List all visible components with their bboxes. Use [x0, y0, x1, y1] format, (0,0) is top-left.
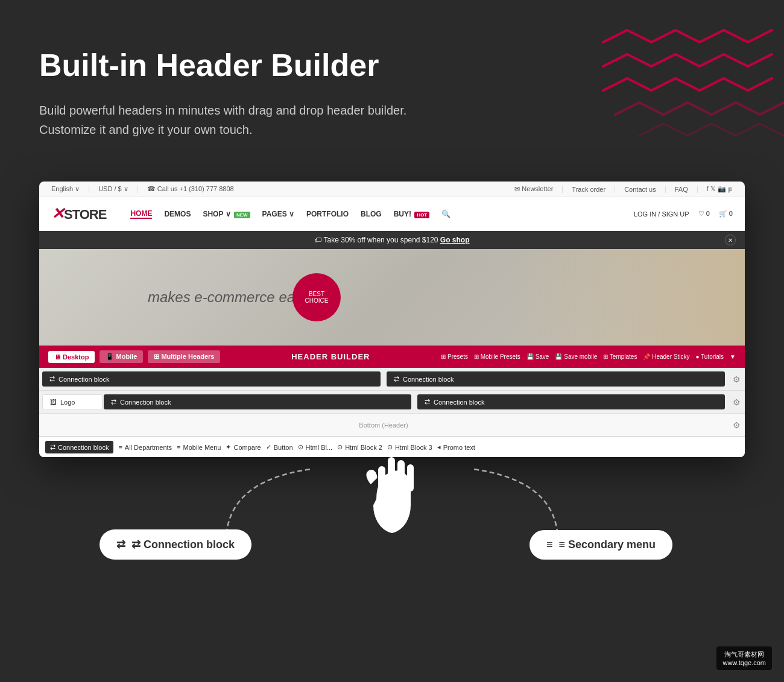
store-topbar: English ∨ USD / $ ∨ ☎ Call us +1 (310) 7…: [39, 182, 745, 197]
newsletter-link[interactable]: ✉ Newsletter: [514, 185, 553, 193]
topbar-left: English ∨ USD / $ ∨ ☎ Call us +1 (310) 7…: [51, 185, 505, 193]
element-compare[interactable]: ✦ Compare: [226, 443, 261, 451]
multiple-headers-tab[interactable]: ⊞ Multiple Headers: [148, 350, 220, 363]
store-logo: ✕STORE: [51, 204, 106, 223]
conn-block-row2-right[interactable]: ⇄ Connection block: [417, 394, 725, 409]
builder-row-2: 🖼 Logo ⇄ Connection block ⇄ Connection b…: [39, 391, 745, 414]
best-text: BEST: [309, 291, 324, 297]
save-mobile-button[interactable]: 💾 Save mobile: [555, 353, 597, 360]
row2-settings[interactable]: ⚙: [728, 391, 745, 413]
header-builder-toolbar: 🖥 Desktop 📱 Mobile ⊞ Multiple Headers HE…: [39, 346, 745, 368]
connection-block-callout: ⇄ ⇄ Connection block: [100, 529, 251, 560]
builder-row-1: ⇄ Connection block ⇄ Connection block ⚙: [39, 368, 745, 391]
divider: [665, 186, 666, 193]
menu-home[interactable]: HOME: [130, 209, 152, 219]
element-html-block-1[interactable]: ⊙ Html Bl...: [298, 443, 333, 451]
logo-text: STORE: [64, 207, 106, 222]
divider: [138, 186, 138, 193]
mobile-tab[interactable]: 📱 Mobile: [100, 350, 143, 363]
cart-icon[interactable]: 🛒 0: [719, 210, 733, 218]
hero-description: Build powerful headers in minutes with d…: [39, 101, 504, 139]
hero-tagline: makes e-commerce easy: [148, 289, 309, 306]
divider: [89, 186, 89, 193]
annotations-area: ⇄ ⇄ Connection block ≡ ≡ Secondary menu: [39, 457, 745, 578]
conn-block-row1-left[interactable]: ⇄ Connection block: [42, 371, 381, 387]
svg-rect-3: [378, 466, 385, 493]
menu-shop[interactable]: SHOP ∨ NEW: [203, 210, 250, 218]
divider: [615, 186, 615, 193]
element-all-departments[interactable]: ≡ All Departments: [118, 444, 172, 451]
element-button[interactable]: ✓ Button: [266, 443, 293, 451]
templates-button[interactable]: ⊞ Templates: [603, 353, 637, 360]
menu-blog[interactable]: BLOG: [361, 210, 382, 218]
track-order-link[interactable]: Track order: [572, 186, 605, 193]
topbar-right: ✉ Newsletter Track order Contact us FAQ …: [514, 185, 733, 193]
zigzag-decoration: [591, 24, 784, 145]
phone-number: ☎ Call us +1 (310) 777 8808: [147, 185, 234, 193]
mobile-presets-button[interactable]: ⊞ Mobile Presets: [474, 353, 520, 360]
desktop-tab[interactable]: 🖥 Desktop: [48, 351, 95, 363]
svg-rect-1: [397, 460, 405, 490]
promo-close-button[interactable]: ✕: [725, 235, 736, 245]
hand-cursor-icon: [353, 445, 431, 538]
collapse-button[interactable]: ▼: [730, 353, 736, 360]
row3-inner: Bottom (Header): [39, 414, 728, 436]
promo-bar: 🏷 Take 30% off when you spend $120 Go sh…: [39, 231, 745, 249]
promo-link[interactable]: Go shop: [440, 236, 470, 244]
tutorials-button[interactable]: ● Tutorials: [695, 353, 724, 360]
menu-portfolio[interactable]: PORTFOLIO: [306, 210, 349, 218]
builder-rows: ⇄ Connection block ⇄ Connection block ⚙ …: [39, 368, 745, 457]
choice-text: CHOICE: [305, 297, 329, 304]
element-mobile-menu[interactable]: ≡ Mobile Menu: [177, 444, 221, 451]
hb-actions: ⊞ Presets ⊞ Mobile Presets 💾 Save 💾 Save…: [441, 353, 736, 360]
divider: [697, 186, 698, 193]
builder-row-3: Bottom (Header) ⚙: [39, 414, 745, 437]
store-hero-image: makes e-commerce easy BEST CHOICE: [39, 249, 745, 346]
currency-selector[interactable]: USD / $ ∨: [98, 185, 128, 193]
element-conn-block[interactable]: ⇄ Connection block: [45, 441, 113, 453]
svg-rect-2: [407, 464, 414, 491]
wishlist-icon[interactable]: ♡ 0: [698, 210, 710, 218]
svg-rect-0: [388, 457, 395, 487]
row3-settings[interactable]: ⚙: [728, 414, 745, 436]
row2-inner: 🖼 Logo ⇄ Connection block ⇄ Connection b…: [39, 391, 728, 413]
promo-text: 🏷 Take 30% off when you spend $120: [314, 236, 438, 244]
element-promo-text[interactable]: ◂ Promo text: [437, 443, 475, 451]
hero-section: Built-in Header Builder Build powerful h…: [0, 0, 543, 163]
menu-pages[interactable]: PAGES ∨: [262, 210, 294, 218]
save-button[interactable]: 💾 Save: [526, 353, 549, 360]
page-title: Built-in Header Builder: [39, 48, 504, 83]
logo-block[interactable]: 🖼 Logo: [42, 394, 103, 410]
menu-buy[interactable]: BUY! HOT: [394, 210, 430, 218]
watermark: 淘气哥素材网 www.tqge.com: [716, 646, 772, 670]
language-selector[interactable]: English ∨: [51, 185, 80, 193]
row1-settings[interactable]: ⚙: [728, 368, 745, 390]
conn-block-row2-mid[interactable]: ⇄ Connection block: [104, 394, 411, 409]
faq-link[interactable]: FAQ: [675, 186, 688, 193]
secondary-menu-callout: ≡ ≡ Secondary menu: [530, 530, 672, 560]
browser-mockup: English ∨ USD / $ ∨ ☎ Call us +1 (310) 7…: [39, 182, 745, 457]
social-icons: f 𝕏 📷 𝕡: [707, 185, 733, 193]
row1-inner: ⇄ Connection block ⇄ Connection block: [39, 368, 728, 390]
hero-model-image: [504, 249, 745, 346]
menu-demos[interactable]: DEMOS: [164, 210, 191, 218]
conn-block-row1-right[interactable]: ⇄ Connection block: [387, 371, 725, 387]
bottom-header-label: Bottom (Header): [42, 417, 725, 434]
contact-link[interactable]: Contact us: [624, 186, 656, 193]
header-sticky-button[interactable]: 📌 Header Sticky: [643, 353, 689, 360]
best-choice-badge: BEST CHOICE: [292, 273, 341, 321]
divider: [562, 186, 563, 193]
header-builder-label: HEADER BUILDER: [225, 352, 436, 361]
store-nav: ✕STORE HOME DEMOS SHOP ∨ NEW PAGES ∨ POR…: [39, 197, 745, 231]
login-link[interactable]: LOG IN / SIGN UP: [634, 210, 689, 218]
search-icon[interactable]: 🔍: [441, 210, 450, 218]
nav-right: LOG IN / SIGN UP ♡ 0 🛒 0: [634, 210, 733, 218]
store-menu: HOME DEMOS SHOP ∨ NEW PAGES ∨ PORTFOLIO …: [130, 209, 634, 219]
presets-button[interactable]: ⊞ Presets: [441, 353, 468, 360]
